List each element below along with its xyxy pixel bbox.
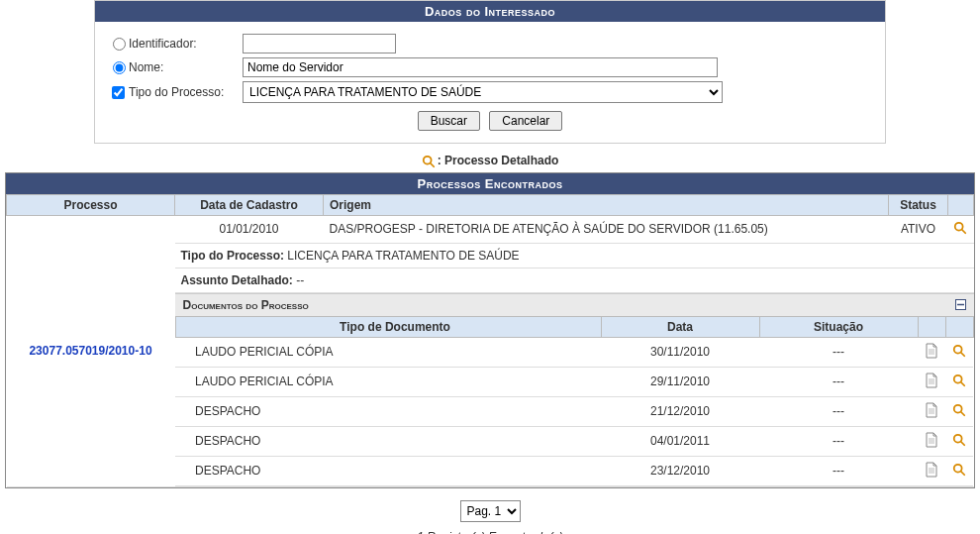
svg-line-1 bbox=[430, 163, 434, 167]
document-row: LAUDO PERICIAL CÓPIA29/11/2010--- bbox=[175, 367, 973, 396]
record-count: 1 Registro(s) Encontrado(s) bbox=[0, 526, 980, 534]
buscar-button[interactable]: Buscar bbox=[418, 111, 480, 131]
document-icon[interactable] bbox=[925, 462, 938, 478]
doc-col-tipo: Tipo de Documento bbox=[175, 316, 601, 337]
document-row: DESPACHO23/12/2010--- bbox=[175, 456, 973, 485]
doc-col-sit: Situação bbox=[759, 316, 918, 337]
tipo-label: Tipo do Processo: bbox=[181, 249, 284, 263]
magnifier-icon[interactable] bbox=[952, 344, 966, 358]
collapse-icon[interactable] bbox=[955, 299, 966, 310]
doc-situacao: --- bbox=[759, 367, 918, 396]
doc-data: 21/12/2010 bbox=[601, 396, 759, 426]
svg-line-25 bbox=[961, 442, 965, 446]
page-select[interactable]: Pag. 1 bbox=[460, 500, 521, 522]
magnifier-icon[interactable] bbox=[952, 374, 966, 387]
results-panel: Processos Encontrados Processo Data de C… bbox=[5, 172, 975, 488]
document-icon[interactable] bbox=[925, 343, 938, 359]
doc-data: 30/11/2010 bbox=[601, 337, 759, 367]
doc-situacao: --- bbox=[759, 456, 918, 485]
tipo-value: LICENÇA PARA TRATAMENTO DE SAÚDE bbox=[287, 249, 519, 263]
col-status: Status bbox=[888, 194, 947, 215]
assunto-label: Assunto Detalhado: bbox=[181, 273, 293, 287]
svg-line-10 bbox=[961, 353, 965, 357]
doc-data: 23/12/2010 bbox=[601, 456, 759, 485]
doc-tipo: DESPACHO bbox=[175, 456, 601, 485]
tipo-processo-label: Tipo do Processo: bbox=[129, 85, 224, 99]
legend-bar: : Processo Detalhado bbox=[0, 144, 980, 172]
doc-tipo: LAUDO PERICIAL CÓPIA bbox=[175, 367, 601, 396]
nome-label: Nome: bbox=[129, 60, 163, 74]
document-row: DESPACHO21/12/2010--- bbox=[175, 396, 973, 426]
data-cadastro: 01/01/2010 bbox=[175, 215, 324, 243]
results-header: Processos Encontrados bbox=[6, 173, 974, 194]
document-row: DESPACHO04/01/2011--- bbox=[175, 426, 973, 456]
identificador-label: Identificador: bbox=[129, 37, 197, 51]
svg-line-3 bbox=[962, 230, 966, 234]
origem-cell: DAS/PROGESP - DIRETORIA DE ATENÇÃO À SAÚ… bbox=[324, 215, 889, 243]
col-processo: Processo bbox=[7, 194, 175, 215]
svg-line-30 bbox=[961, 472, 965, 476]
identificador-input[interactable] bbox=[243, 34, 396, 53]
doc-situacao: --- bbox=[759, 337, 918, 367]
col-action bbox=[947, 194, 973, 215]
doc-tipo: DESPACHO bbox=[175, 396, 601, 426]
magnifier-icon[interactable] bbox=[952, 403, 966, 417]
interested-party-panel: Dados do Interessado Identificador: Nome… bbox=[94, 0, 886, 144]
processo-link[interactable]: 23077.057019/2010-10 bbox=[29, 344, 151, 358]
document-icon[interactable] bbox=[925, 402, 938, 418]
magnifier-icon[interactable] bbox=[953, 221, 967, 235]
legend-text: : Processo Detalhado bbox=[438, 154, 559, 167]
svg-line-15 bbox=[961, 382, 965, 386]
magnifier-icon[interactable] bbox=[952, 433, 966, 447]
tipo-processo-checkbox[interactable] bbox=[112, 86, 125, 99]
document-row: LAUDO PERICIAL CÓPIA30/11/2010--- bbox=[175, 337, 973, 367]
pager: Pag. 1 bbox=[0, 488, 980, 526]
doc-situacao: --- bbox=[759, 396, 918, 426]
doc-data: 04/01/2011 bbox=[601, 426, 759, 456]
cancelar-button[interactable]: Cancelar bbox=[489, 111, 562, 131]
doc-col-data: Data bbox=[601, 316, 759, 337]
col-data: Data de Cadastro bbox=[175, 194, 324, 215]
assunto-value: -- bbox=[296, 273, 304, 287]
nome-radio[interactable] bbox=[113, 61, 126, 74]
panel-title: Dados do Interessado bbox=[95, 1, 885, 22]
doc-tipo: DESPACHO bbox=[175, 426, 601, 456]
magnifier-icon bbox=[422, 155, 436, 168]
doc-tipo: LAUDO PERICIAL CÓPIA bbox=[175, 337, 601, 367]
docs-header: Documentos do Processo bbox=[183, 298, 309, 312]
results-table: Processo Data de Cadastro Origem Status … bbox=[6, 194, 974, 487]
status-cell: ATIVO bbox=[888, 215, 947, 243]
identificador-radio[interactable] bbox=[113, 38, 126, 51]
nome-input[interactable] bbox=[243, 57, 718, 77]
document-icon[interactable] bbox=[925, 373, 938, 388]
col-origem: Origem bbox=[324, 194, 889, 215]
doc-situacao: --- bbox=[759, 426, 918, 456]
document-icon[interactable] bbox=[925, 432, 938, 448]
magnifier-icon[interactable] bbox=[952, 463, 966, 477]
tipo-processo-select[interactable]: LICENÇA PARA TRATAMENTO DE SAÚDE bbox=[243, 81, 723, 103]
doc-data: 29/11/2010 bbox=[601, 367, 759, 396]
documents-table: Tipo de Documento Data Situação LAUDO PE… bbox=[175, 316, 974, 486]
svg-line-20 bbox=[961, 412, 965, 416]
